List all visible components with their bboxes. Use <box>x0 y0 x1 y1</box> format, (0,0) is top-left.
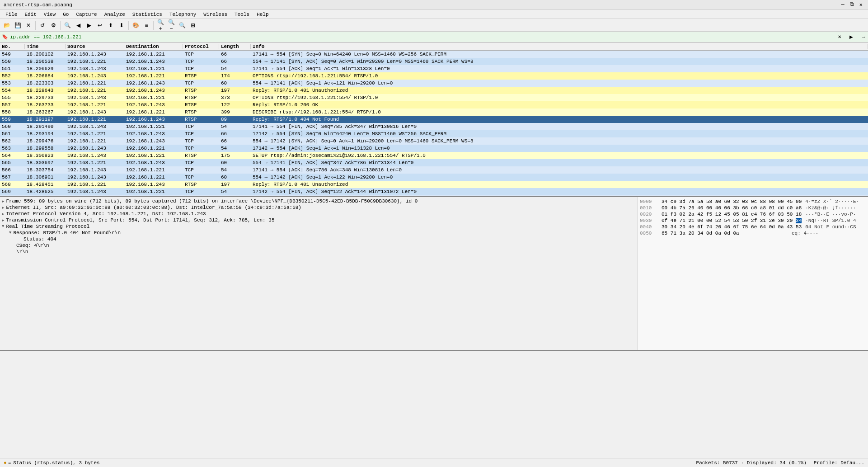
table-cell: 192.168.1.243 <box>124 59 183 64</box>
filter-bookmark-icon[interactable]: 🔖 <box>0 34 10 40</box>
table-row[interactable]: 55318.223303192.168.1.221192.168.1.243TC… <box>0 80 868 87</box>
table-row[interactable]: 56018.291490192.168.1.243192.168.1.221TC… <box>0 123 868 130</box>
toolbar-reload[interactable]: ↺ <box>38 20 47 30</box>
menu-view[interactable]: View <box>40 11 59 18</box>
expand-icon[interactable]: ▼ <box>2 224 4 229</box>
table-cell: 561 <box>0 131 25 137</box>
toolbar-autoscroll[interactable]: ≡ <box>141 20 151 30</box>
detail-item[interactable]: ▼Response: RTSP/1.0 404 Not Found\r\n <box>0 230 638 236</box>
menu-analyze[interactable]: Analyze <box>101 11 129 18</box>
display-filter-input[interactable] <box>10 34 835 40</box>
table-cell: 554 → 17142 [SYN, ACK] Seq=0 Ack=1 Win=2… <box>251 138 868 144</box>
table-cell: RTSP <box>183 102 219 108</box>
table-cell: RTSP <box>183 153 219 158</box>
table-row[interactable]: 56718.306901192.168.1.243192.168.1.221TC… <box>0 174 868 181</box>
toolbar-open[interactable]: 📂 <box>2 20 12 30</box>
col-no[interactable]: No. <box>0 44 25 49</box>
menu-edit[interactable]: Edit <box>21 11 40 18</box>
table-cell: 18.428451 <box>25 182 66 187</box>
toolbar-capture-opts[interactable]: ⚙ <box>48 20 58 30</box>
table-row[interactable]: 55518.229733192.168.1.243192.168.1.221RT… <box>0 94 868 101</box>
col-protocol[interactable]: Protocol <box>183 44 219 49</box>
table-row[interactable]: 56318.299558192.168.1.243192.168.1.221TC… <box>0 145 868 152</box>
table-row[interactable]: 55918.291197192.168.1.221192.168.1.243RT… <box>0 116 868 123</box>
table-cell: 66 <box>219 131 251 137</box>
toolbar-forward[interactable]: ▶ <box>84 20 94 30</box>
menu-wireless[interactable]: Wireless <box>200 11 231 18</box>
toolbar-zoom-fit[interactable]: ⊞ <box>188 20 198 30</box>
expand-icon[interactable]: ▶ <box>2 199 4 204</box>
close-button[interactable]: ✕ <box>858 1 864 8</box>
minimize-button[interactable]: — <box>840 1 846 8</box>
table-row[interactable]: 55118.206629192.168.1.243192.168.1.221TC… <box>0 65 868 72</box>
toolbar: 📂 💾 ✕ ↺ ⚙ 🔍 ◀ ▶ ↩ ⬆ ⬇ 🎨 ≡ 🔍+ 🔍− 🔍 ⊞ <box>0 19 868 32</box>
filter-arrow-button[interactable]: → <box>859 33 868 42</box>
menu-capture[interactable]: Capture <box>72 11 100 18</box>
menu-telephony[interactable]: Telephony <box>166 11 200 18</box>
table-row[interactable]: 56818.428451192.168.1.221192.168.1.243RT… <box>0 181 868 188</box>
menu-statistics[interactable]: Statistics <box>129 11 166 18</box>
table-cell: OPTIONS rtsp://192.168.1.221:554/ RTSP/1… <box>251 73 868 79</box>
toolbar-colorize[interactable]: 🎨 <box>131 20 141 30</box>
toolbar-zoom-in[interactable]: 🔍+ <box>155 20 165 30</box>
toolbar-close[interactable]: ✕ <box>23 20 33 30</box>
menu-go[interactable]: Go <box>59 11 72 18</box>
toolbar-zoom-reset[interactable]: 🔍 <box>177 20 187 30</box>
col-info[interactable]: Info <box>251 44 868 49</box>
expand-icon[interactable]: ▶ <box>2 218 4 223</box>
col-time[interactable]: Time <box>25 44 66 49</box>
detail-item[interactable]: Status: 404 <box>0 236 638 242</box>
expand-icon[interactable]: ▶ <box>2 212 4 217</box>
toolbar-bottom[interactable]: ⬇ <box>117 20 127 30</box>
filter-apply-button[interactable]: ▶ <box>847 33 856 42</box>
table-cell: 560 <box>0 124 25 129</box>
maximize-button[interactable]: ⧉ <box>848 1 856 8</box>
detail-text: CSeq: 4\r\n <box>16 243 49 248</box>
table-cell: 17141 → 554 [ACK] Seq=786 Ack=348 Win=13… <box>251 167 868 173</box>
table-row[interactable]: 55218.206684192.168.1.243192.168.1.221RT… <box>0 72 868 80</box>
table-row[interactable]: 56518.303697192.168.1.221192.168.1.243TC… <box>0 159 868 166</box>
table-row[interactable]: 56618.303754192.168.1.243192.168.1.221TC… <box>0 166 868 174</box>
toolbar-top[interactable]: ⬆ <box>106 20 116 30</box>
table-row[interactable]: 55018.206538192.168.1.221192.168.1.243TC… <box>0 58 868 65</box>
expand-icon[interactable]: ▶ <box>2 205 4 210</box>
detail-item[interactable]: ▶Internet Protocol Version 4, Src: 192.1… <box>0 211 638 217</box>
detail-item[interactable]: CSeq: 4\r\n <box>0 242 638 249</box>
menu-tools[interactable]: Tools <box>231 11 253 18</box>
detail-text: Ethernet II, Src: a0:60:32:03:0c:88 (a0:… <box>6 205 301 210</box>
col-source[interactable]: Source <box>66 44 124 49</box>
col-destination[interactable]: Destination <box>124 44 183 49</box>
toolbar-zoom-out[interactable]: 🔍− <box>166 20 176 30</box>
detail-item[interactable]: ▶Ethernet II, Src: a0:60:32:03:0c:88 (a0… <box>0 204 638 211</box>
toolbar-find[interactable]: 🔍 <box>62 20 72 30</box>
table-cell: 554 → 17141 [FIN, ACK] Seq=347 Ack=786 W… <box>251 160 868 165</box>
detail-item[interactable]: ▶Frame 559: 89 bytes on wire (712 bits),… <box>0 198 638 204</box>
filter-clear-button[interactable]: ✕ <box>835 33 844 42</box>
hex-row: 005065 71 3a 20 34 0d 0a 0d 0aeq: 4···· <box>640 231 866 237</box>
table-cell: 60 <box>219 175 251 180</box>
menu-help[interactable]: Help <box>253 11 272 18</box>
toolbar-save[interactable]: 💾 <box>13 20 23 30</box>
window-controls[interactable]: — ⧉ ✕ <box>840 1 864 8</box>
detail-item[interactable]: \r\n <box>0 249 638 255</box>
table-row[interactable]: 55418.229643192.168.1.221192.168.1.243RT… <box>0 87 868 94</box>
table-row[interactable]: 56418.300823192.168.1.243192.168.1.221RT… <box>0 152 868 159</box>
table-row[interactable]: 56218.299476192.168.1.221192.168.1.243TC… <box>0 137 868 145</box>
toolbar-back[interactable]: ◀ <box>73 20 83 30</box>
table-row[interactable]: 54918.200102192.168.1.243192.168.1.221TC… <box>0 51 868 58</box>
hex-ascii: 4·=zZ X·` 2·····E· <box>805 199 859 205</box>
detail-item[interactable]: ▼Real Time Streaming Protocol <box>0 223 638 230</box>
detail-text: Status: 404 <box>23 236 56 242</box>
col-length[interactable]: Length <box>219 44 251 49</box>
table-row[interactable]: 56118.293194192.168.1.221192.168.1.243TC… <box>0 130 868 137</box>
table-row[interactable]: 55818.263267192.168.1.243192.168.1.221RT… <box>0 108 868 116</box>
table-cell: 192.168.1.243 <box>66 175 124 180</box>
menu-file[interactable]: File <box>2 11 21 18</box>
table-row[interactable]: 55718.263733192.168.1.221192.168.1.243RT… <box>0 101 868 108</box>
table-row[interactable]: 56918.428625192.168.1.243192.168.1.221TC… <box>0 188 868 195</box>
table-cell: 54 <box>219 66 251 71</box>
expand-icon[interactable]: ▼ <box>9 231 11 235</box>
toolbar-goto[interactable]: ↩ <box>95 20 105 30</box>
detail-item[interactable]: ▶Transmission Control Protocol, Src Port… <box>0 217 638 223</box>
table-cell: 554 → 17142 [ACK] Seq=1 Ack=122 Win=2920… <box>251 175 868 180</box>
